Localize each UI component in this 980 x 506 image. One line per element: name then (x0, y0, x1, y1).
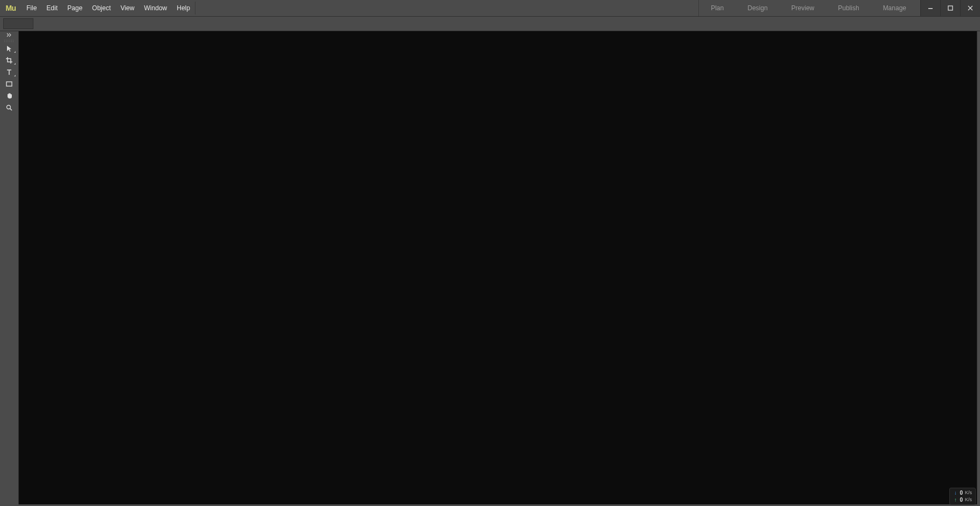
crop-icon (5, 57, 13, 64)
svg-rect-1 (948, 6, 953, 10)
selection-icon (5, 45, 13, 52)
menu-edit[interactable]: Edit (41, 0, 62, 16)
right-frame-strip (977, 31, 980, 506)
control-bar (0, 17, 980, 31)
upload-arrow-icon: ↑ (953, 496, 957, 503)
window-controls (920, 0, 980, 16)
svg-rect-4 (6, 82, 12, 86)
selection-tool[interactable] (2, 43, 17, 54)
mode-tab-plan[interactable]: Plan (699, 0, 736, 16)
app-logo[interactable]: Mu (0, 0, 22, 16)
minimize-icon (928, 5, 933, 11)
control-bar-input[interactable] (3, 18, 33, 29)
mode-tab-publish[interactable]: Publish (826, 0, 871, 16)
download-arrow-icon: ↓ (953, 489, 957, 496)
window-close-button[interactable] (960, 0, 980, 16)
menu-divider (195, 2, 195, 15)
menu-view[interactable]: View (116, 0, 139, 16)
tools-panel: :::::: (0, 31, 19, 506)
rectangle-icon (5, 80, 13, 88)
mode-tabs: Plan Design Preview Publish Manage (698, 0, 918, 16)
menu-help[interactable]: Help (172, 0, 195, 16)
rectangle-tool[interactable] (2, 79, 17, 89)
svg-point-5 (7, 106, 11, 109)
download-unit: K/s (965, 489, 972, 496)
crop-tool[interactable] (2, 55, 17, 66)
menu-window[interactable]: Window (139, 0, 172, 16)
upload-value: 0 (960, 496, 963, 503)
zoom-tool[interactable] (2, 102, 17, 113)
network-download-row: ↓ 0 K/s (953, 489, 972, 496)
collapse-panels-button[interactable] (0, 32, 18, 38)
document-canvas[interactable] (19, 31, 977, 506)
tool-submenu-indicator-icon (14, 75, 16, 76)
mode-tab-preview[interactable]: Preview (780, 0, 827, 16)
network-speed-overlay: ↓ 0 K/s ↑ 0 K/s (949, 488, 976, 505)
network-upload-row: ↑ 0 K/s (953, 496, 972, 503)
main-area: :::::: (0, 31, 980, 506)
menu-file[interactable]: File (22, 0, 41, 16)
chevron-right-double-icon (6, 33, 12, 37)
tool-submenu-indicator-icon (14, 51, 16, 53)
maximize-icon (948, 5, 953, 11)
panel-drag-handle[interactable]: :::::: (2, 39, 16, 42)
tool-submenu-indicator-icon (14, 63, 16, 65)
menu-object[interactable]: Object (87, 0, 116, 16)
text-tool[interactable] (2, 67, 17, 78)
hand-icon (5, 92, 13, 100)
download-value: 0 (960, 489, 963, 496)
menu-page[interactable]: Page (62, 0, 87, 16)
window-maximize-button[interactable] (940, 0, 960, 16)
upload-unit: K/s (965, 496, 972, 503)
text-icon (5, 68, 13, 76)
zoom-icon (5, 104, 13, 111)
mode-tab-design[interactable]: Design (736, 0, 779, 16)
menubar: Mu File Edit Page Object View Window Hel… (0, 0, 980, 17)
mode-tab-manage[interactable]: Manage (871, 0, 918, 16)
menu-items: File Edit Page Object View Window Help (22, 0, 195, 16)
svg-rect-0 (928, 8, 933, 9)
hand-tool[interactable] (2, 90, 17, 101)
close-icon (968, 5, 973, 11)
svg-line-6 (10, 109, 12, 110)
window-minimize-button[interactable] (920, 0, 940, 16)
